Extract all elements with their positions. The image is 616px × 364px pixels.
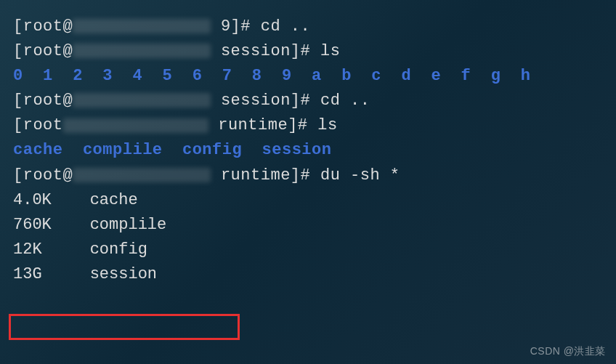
blurred-host bbox=[73, 93, 211, 108]
blurred-host bbox=[63, 118, 208, 133]
du-size: 4.0K bbox=[13, 191, 90, 209]
ls-output-hex: 0 1 2 3 4 5 6 7 8 9 a b c d e f g h bbox=[13, 64, 603, 89]
du-size: 12K bbox=[13, 240, 90, 259]
command-text: du -sh * bbox=[320, 166, 400, 185]
command-text: ls bbox=[320, 42, 340, 60]
terminal-line-1: [root@ 9]# cd .. bbox=[13, 15, 603, 39]
blurred-host bbox=[73, 44, 211, 58]
du-row: 12K config bbox=[13, 238, 603, 262]
terminal-line-5: [root runtime]# ls bbox=[13, 113, 603, 138]
prompt-text: [root bbox=[13, 116, 63, 134]
prompt-text: [root@ bbox=[13, 42, 73, 60]
terminal-line-2: [root@ session]# ls bbox=[13, 39, 603, 64]
ls-output-runtime: cache complile config session bbox=[13, 138, 603, 163]
command-text: cd .. bbox=[320, 92, 370, 110]
terminal-line-7: [root@ runtime]# du -sh * bbox=[13, 163, 603, 188]
du-row: 13G session bbox=[13, 262, 603, 287]
watermark-text: CSDN @洪韭菜 bbox=[530, 344, 606, 360]
prompt-text: [root@ bbox=[13, 17, 73, 36]
du-name: session bbox=[90, 265, 157, 283]
terminal-line-4: [root@ session]# cd .. bbox=[13, 89, 603, 113]
du-row: 4.0K cache bbox=[13, 188, 603, 213]
prompt-text: [root@ bbox=[13, 92, 73, 110]
prompt-dir: 9]# bbox=[211, 17, 261, 36]
directory-list: cache complile config session bbox=[13, 141, 331, 159]
du-output: 4.0K cache760K complile12K config13G ses… bbox=[13, 188, 603, 287]
du-name: cache bbox=[90, 191, 138, 209]
du-row: 760K complile bbox=[13, 213, 603, 238]
command-text: cd .. bbox=[261, 17, 311, 36]
du-name: config bbox=[90, 240, 147, 259]
prompt-dir: runtime]# bbox=[208, 116, 318, 134]
blurred-host bbox=[73, 19, 211, 33]
du-size: 760K bbox=[13, 216, 90, 234]
prompt-dir: runtime]# bbox=[211, 166, 320, 185]
prompt-dir: session]# bbox=[211, 42, 320, 60]
prompt-text: [root@ bbox=[13, 166, 73, 185]
du-name: complile bbox=[90, 216, 167, 234]
command-text: ls bbox=[317, 116, 337, 134]
prompt-dir: session]# bbox=[211, 92, 320, 110]
blurred-host bbox=[73, 168, 211, 182]
du-size: 13G bbox=[13, 265, 90, 283]
highlight-rectangle bbox=[9, 314, 240, 340]
directory-list: 0 1 2 3 4 5 6 7 8 9 a b c d e f g h bbox=[13, 67, 531, 85]
